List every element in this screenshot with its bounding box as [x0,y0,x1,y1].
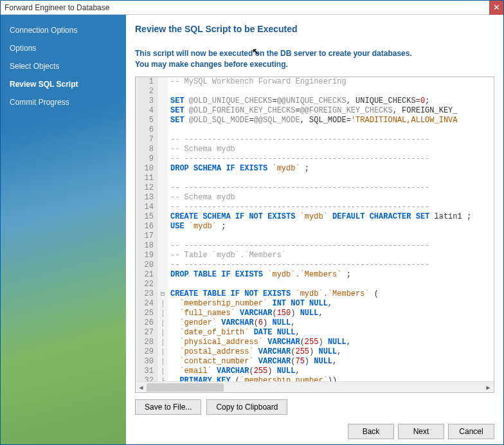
code-line[interactable]: `membership_number` INT NOT NULL, [170,299,494,309]
code-line[interactable]: -- -------------------------------------… [170,241,494,251]
cancel-button[interactable]: Cancel [448,424,494,439]
code-line[interactable]: -- -------------------------------------… [170,203,494,212]
sidebar-item-commit-progress[interactable]: Commit Progress [1,93,126,111]
close-icon: ✕ [493,3,500,12]
copy-to-clipboard-button[interactable]: Copy to Clipboard [206,399,287,415]
action-row: Save to File... Copy to Clipboard [135,399,494,415]
code-line[interactable]: DROP TABLE IF EXISTS `mydb`.`Members` ; [170,270,494,280]
window-title: Forward Engineer to Database [4,3,489,12]
code-line[interactable] [170,232,494,241]
code-line[interactable]: -- -------------------------------------… [170,135,494,145]
code-line[interactable]: `gender` VARCHAR(6) NULL, [170,318,494,328]
code-line[interactable]: -- -------------------------------------… [170,154,494,164]
line-gutter: 1234567891011121314151617181920212223242… [136,77,158,381]
fold-gutter[interactable]: ⊟││││││││└ [158,77,168,381]
code-line[interactable] [170,280,494,289]
close-button[interactable]: ✕ [489,1,503,15]
code-line[interactable]: SET @OLD_SQL_MODE=@@SQL_MODE, SQL_MODE='… [170,116,494,125]
back-button[interactable]: Back [348,424,394,439]
scroll-thumb[interactable] [147,383,224,392]
page-subtext: This script will now be executed on the … [135,48,494,70]
sidebar-item-options[interactable]: Options [1,39,126,57]
code-line[interactable]: DROP SCHEMA IF EXISTS `mydb` ; [170,164,494,174]
code-line[interactable]: `date_of_birth` DATE NULL, [170,328,494,338]
code-area[interactable]: -- MySQL Workbench Forward EngineeringSE… [168,77,494,381]
code-line[interactable]: `physical_address` VARCHAR(255) NULL, [170,338,494,347]
code-line[interactable] [170,87,494,96]
code-line[interactable] [170,174,494,183]
code-line[interactable]: SET @OLD_UNIQUE_CHECKS=@@UNIQUE_CHECKS, … [170,96,494,106]
main-panel: Review the SQL Script to be Executed Thi… [126,15,503,444]
code-line[interactable]: CREATE TABLE IF NOT EXISTS `mydb`.`Membe… [170,289,494,299]
code-line[interactable]: CREATE SCHEMA IF NOT EXISTS `mydb` DEFAU… [170,212,494,222]
scroll-left-arrow[interactable]: ◄ [136,382,147,393]
page-heading: Review the SQL Script to be Executed [135,24,494,34]
scroll-track[interactable] [147,382,483,393]
code-line[interactable]: PRIMARY KEY (`membership_number`)) [170,376,494,381]
titlebar: Forward Engineer to Database ✕ [1,1,503,15]
editor-viewport[interactable]: 1234567891011121314151617181920212223242… [136,77,494,381]
code-line[interactable]: USE `mydb` ; [170,222,494,232]
code-line[interactable]: -- -------------------------------------… [170,183,494,193]
subtext-line1: This script will now be executed on the … [135,49,412,58]
next-button[interactable]: Next [398,424,444,439]
code-line[interactable]: -- Table `mydb`.`Members` [170,251,494,260]
horizontal-scrollbar[interactable]: ◄ ► [136,381,494,392]
sql-editor[interactable]: 1234567891011121314151617181920212223242… [135,77,494,393]
subtext-line2: You may make changes before executing. [135,60,288,69]
code-line[interactable]: -- Schema mydb [170,145,494,154]
code-line[interactable]: `email` VARCHAR(255) NULL, [170,367,494,376]
save-to-file-button[interactable]: Save to File... [135,399,201,415]
cursor-icon: ↖ [252,46,260,59]
code-line[interactable]: -- MySQL Workbench Forward Engineering [170,77,494,87]
wizard-window: Forward Engineer to Database ✕ Connectio… [0,0,504,445]
code-line[interactable]: -- Schema mydb [170,193,494,203]
wizard-footer: Back Next Cancel [135,415,494,439]
code-line[interactable] [170,125,494,135]
sidebar-item-select-objects[interactable]: Select Objects [1,57,126,75]
sidebar-item-connection-options[interactable]: Connection Options [1,21,126,39]
sidebar-item-review-sql-script[interactable]: Review SQL Script [1,75,126,93]
code-line[interactable]: SET @OLD_FOREIGN_KEY_CHECKS=@@FOREIGN_KE… [170,106,494,116]
sidebar: Connection OptionsOptionsSelect ObjectsR… [1,15,126,444]
code-line[interactable]: `full_names` VARCHAR(150) NULL, [170,309,494,318]
code-line[interactable]: -- -------------------------------------… [170,260,494,270]
wizard-body: Connection OptionsOptionsSelect ObjectsR… [1,15,503,444]
code-line[interactable]: `contact_number` VARCHAR(75) NULL, [170,357,494,367]
code-line[interactable]: `postal_address` VARCHAR(255) NULL, [170,347,494,357]
scroll-right-arrow[interactable]: ► [483,382,494,393]
